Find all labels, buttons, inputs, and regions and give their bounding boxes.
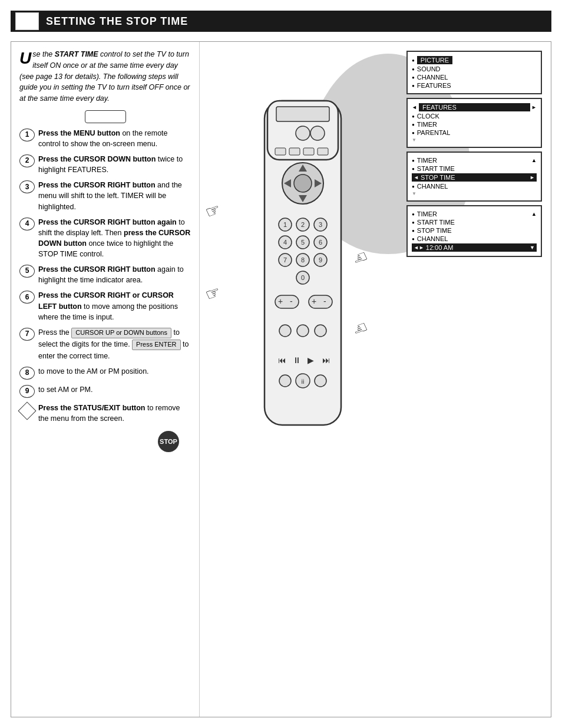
svg-text:ii: ii: [302, 378, 305, 385]
step-number-3: 3: [19, 180, 35, 193]
svg-text:⏸: ⏸: [293, 355, 301, 365]
step-6: 6 Press the CURSOR RIGHT or CURSOR LEFT …: [19, 290, 191, 322]
menu4-item3: ● STOP TIME: [412, 227, 537, 234]
svg-rect-5: [275, 148, 286, 155]
svg-point-10: [294, 174, 312, 192]
menu4-item3-label: STOP TIME: [417, 227, 452, 234]
menu1-item3: ● CHANNEL: [412, 74, 537, 81]
svg-text:-: -: [290, 297, 293, 306]
step-7-text: Press the CURSOR UP or DOWN buttons to s…: [38, 327, 191, 361]
step-5: 5 Press the CURSOR RIGHT button again to…: [19, 264, 191, 285]
step-number-8: 8: [19, 367, 35, 380]
menu3-item1: ● TIMER ▲: [412, 157, 537, 164]
menu1-item4-label: FEATURES: [417, 82, 451, 89]
svg-rect-7: [303, 148, 314, 155]
main-content: Use the START TIME control to set the TV…: [11, 41, 551, 717]
step-4-text: Press the CURSOR RIGHT button again to s…: [38, 217, 191, 260]
svg-text:3: 3: [319, 221, 322, 228]
svg-rect-8: [318, 148, 328, 155]
menu4-item1: ● TIMER ▲: [412, 210, 537, 218]
step-number-7: 7: [19, 328, 35, 341]
menu4-item2: ● START TIME: [412, 219, 537, 226]
svg-point-51: [315, 375, 326, 387]
svg-point-43: [315, 325, 326, 337]
svg-text:8: 8: [301, 256, 305, 263]
hand-indicator-1: ☞: [203, 199, 223, 223]
step-9-text: to set AM or PM.: [38, 384, 191, 395]
menu4-item4-label: CHANNEL: [417, 235, 448, 242]
drop-cap: U: [19, 50, 31, 67]
menu1-item2-label: SOUND: [417, 65, 441, 73]
step-number-9: 9: [19, 385, 35, 398]
menu3-item3-label: STOP TIME: [421, 174, 530, 181]
step-1-text: Press the MENU button on the remote cont…: [38, 128, 191, 149]
svg-text:6: 6: [319, 239, 322, 246]
menu3-item5: ▼: [412, 191, 537, 196]
step-1: 1 Press the MENU button on the remote co…: [19, 128, 191, 149]
header-box: [15, 12, 39, 30]
menu3-item4-label: CHANNEL: [417, 183, 448, 190]
menu3-item4: ● CHANNEL: [412, 183, 537, 190]
menu2-item5: ▼: [412, 137, 537, 143]
menu2-item2-label: CLOCK: [417, 113, 439, 120]
svg-text:-: -: [323, 297, 326, 306]
menu4-item5: ◄► 12:00 AM ▼: [412, 243, 537, 252]
menu3-item2: ● START TIME: [412, 165, 537, 172]
step-7-inline-2: Press ENTER: [132, 340, 180, 350]
step-4: 4 Press the CURSOR RIGHT button again to…: [19, 217, 191, 260]
control-indicator: [85, 110, 126, 123]
step-3-text: Press the CURSOR RIGHT button and the me…: [38, 180, 191, 212]
step-final-text: Press the STATUS/EXIT button to remove t…: [38, 403, 191, 424]
menu4-item5-label: 12:00 AM: [426, 244, 530, 251]
step-6-text: Press the CURSOR RIGHT or CURSOR LEFT bu…: [38, 290, 191, 322]
step-5-text: Press the CURSOR RIGHT button again to h…: [38, 264, 191, 285]
step-3: 3 Press the CURSOR RIGHT button and the …: [19, 180, 191, 212]
page-title: SETTING THE STOP TIME: [46, 15, 188, 28]
svg-text:4: 4: [283, 239, 287, 246]
step-2-text: Press the CURSOR DOWN button twice to hi…: [38, 154, 191, 175]
menu2-item1: ◄ FEATURES ►: [412, 103, 537, 111]
step-number-5: 5: [19, 265, 35, 278]
svg-text:⏭: ⏭: [322, 355, 330, 365]
right-panel: ● PICTURE ● SOUND ● CHANNEL ● FEATURES: [200, 42, 551, 717]
menu2-item1-label: FEATURES: [419, 103, 530, 111]
step-2: 2 Press the CURSOR DOWN button twice to …: [19, 154, 191, 175]
menu2-item4: ● PARENTAL: [412, 129, 537, 136]
stop-badge: STOP: [158, 431, 179, 452]
menu-screen-3: ● TIMER ▲ ● START TIME ◄ STOP TIME ► ● C…: [406, 151, 542, 202]
step-8-text: to move to the AM or PM position.: [38, 366, 191, 377]
menu1-item1: ● PICTURE: [412, 56, 537, 64]
svg-point-4: [310, 126, 325, 140]
step-final: Press the STATUS/EXIT button to remove t…: [19, 403, 191, 424]
svg-rect-2: [276, 107, 329, 121]
svg-text:+: +: [312, 297, 316, 306]
menu-screen-4: ● TIMER ▲ ● START TIME ● STOP TIME ● CHA…: [406, 205, 542, 257]
step-7: 7 Press the CURSOR UP or DOWN buttons to…: [19, 327, 191, 361]
menu2-item3-label: TIMER: [417, 121, 437, 128]
svg-point-3: [296, 126, 310, 140]
menu-screen-2: ◄ FEATURES ► ● CLOCK ● TIMER ● PARENTAL: [406, 98, 542, 148]
svg-text:▶: ▶: [308, 355, 314, 365]
left-panel: Use the START TIME control to set the TV…: [11, 42, 200, 717]
step-number-4: 4: [19, 218, 35, 230]
step-8: 8 to move to the AM or PM position.: [19, 366, 191, 380]
menu1-item2: ● SOUND: [412, 65, 537, 73]
header-bar: SETTING THE STOP TIME: [11, 11, 551, 32]
svg-text:⏮: ⏮: [278, 355, 286, 365]
svg-text:1: 1: [283, 221, 287, 228]
svg-point-48: [279, 375, 291, 387]
menu4-item2-label: START TIME: [417, 219, 455, 226]
menu4-item1-label: TIMER: [417, 210, 437, 218]
menu2-item4-label: PARENTAL: [417, 129, 450, 136]
menu2-item3: ● TIMER: [412, 121, 537, 128]
step-number-6: 6: [19, 291, 35, 304]
svg-text:0: 0: [301, 274, 305, 281]
menu1-item3-label: CHANNEL: [417, 74, 448, 81]
svg-text:5: 5: [301, 239, 305, 246]
menu1-item1-label: PICTURE: [417, 56, 452, 64]
svg-rect-6: [289, 148, 300, 155]
step-number-2: 2: [19, 154, 35, 167]
menu1-item4: ● FEATURES: [412, 82, 537, 89]
svg-point-41: [279, 325, 291, 337]
svg-text:2: 2: [301, 221, 305, 228]
